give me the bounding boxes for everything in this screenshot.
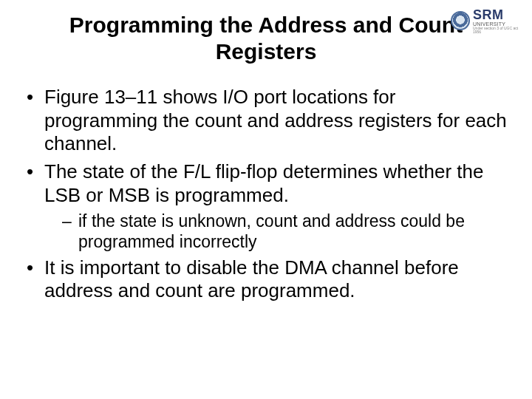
list-item: Figure 13–11 shows I/O port locations fo… — [25, 86, 507, 156]
logo-text: SRM UNIVERSITY Under section 3 of UGC ac… — [473, 8, 525, 34]
bullet-list: Figure 13–11 shows I/O port locations fo… — [25, 86, 507, 303]
list-item: It is important to disable the DMA chann… — [25, 256, 507, 303]
slide-title: Programming the Address and Count Regist… — [30, 0, 502, 65]
logo-seal-icon — [451, 11, 470, 30]
slide-body: Figure 13–11 shows I/O port locations fo… — [0, 65, 532, 303]
list-item: if the state is unknown, count and addre… — [62, 211, 507, 252]
list-item: The state of the F/L flip-flop determine… — [25, 160, 507, 252]
logo-main: SRM — [473, 8, 525, 21]
srm-logo: SRM UNIVERSITY Under section 3 of UGC ac… — [451, 4, 525, 37]
sub-bullet-list: if the state is unknown, count and addre… — [44, 211, 507, 252]
list-item-text: The state of the F/L flip-flop determine… — [44, 160, 483, 206]
logo-tag: Under section 3 of UGC act 1956 — [473, 27, 525, 34]
